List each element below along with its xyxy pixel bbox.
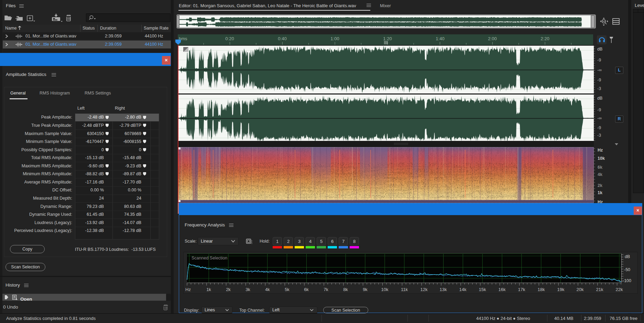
svg-text:6k: 6k bbox=[304, 287, 309, 292]
svg-text:5k: 5k bbox=[285, 287, 290, 292]
svg-text:19k: 19k bbox=[557, 287, 565, 292]
svg-text:8k: 8k bbox=[343, 287, 348, 292]
svg-text:20k: 20k bbox=[577, 287, 584, 292]
svg-text:18k: 18k bbox=[538, 287, 545, 292]
svg-text:7k: 7k bbox=[324, 287, 328, 292]
svg-text:12k: 12k bbox=[421, 287, 428, 292]
svg-text:1k: 1k bbox=[206, 287, 211, 292]
svg-text:2k: 2k bbox=[226, 287, 231, 292]
svg-text:10k: 10k bbox=[381, 287, 389, 292]
svg-text:9k: 9k bbox=[363, 287, 368, 292]
svg-text:14k: 14k bbox=[459, 287, 467, 292]
svg-text:16k: 16k bbox=[499, 287, 506, 292]
svg-text:15k: 15k bbox=[479, 287, 486, 292]
svg-text:22k: 22k bbox=[616, 287, 623, 292]
svg-text:3k: 3k bbox=[245, 287, 250, 292]
svg-text:21k: 21k bbox=[596, 287, 603, 292]
svg-text:4k: 4k bbox=[265, 287, 270, 292]
svg-text:Hz: Hz bbox=[185, 287, 191, 292]
svg-text:17k: 17k bbox=[518, 287, 525, 292]
svg-text:13k: 13k bbox=[440, 287, 447, 292]
svg-text:11k: 11k bbox=[401, 287, 408, 292]
